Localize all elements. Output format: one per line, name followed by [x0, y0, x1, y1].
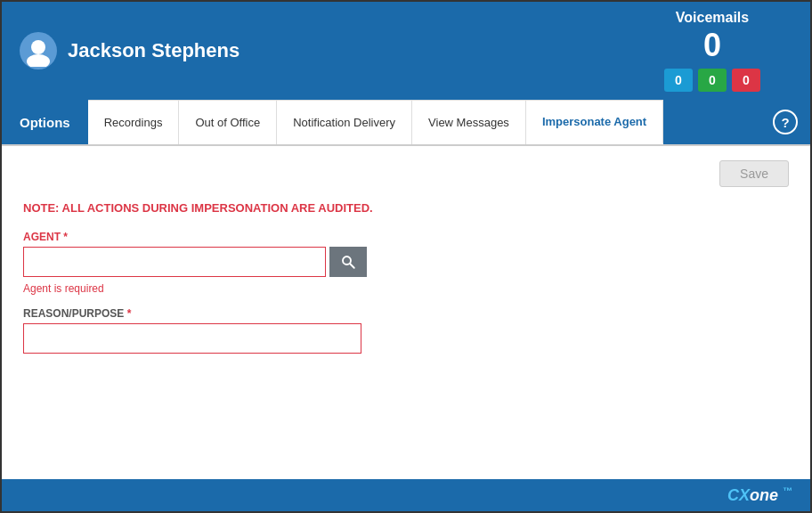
badge-blue: 0 [664, 69, 693, 92]
user-name: Jackson Stephens [68, 39, 240, 62]
badge-green: 0 [698, 69, 727, 92]
tab-impersonate-agent[interactable]: Impersonate Agent [526, 100, 663, 144]
tab-bar: Options Recordings Out of Office Notific… [2, 100, 810, 146]
help-button[interactable]: ? [760, 100, 810, 144]
voicemail-count: 0 [703, 29, 721, 61]
tab-view-messages[interactable]: View Messages [412, 100, 526, 144]
agent-error: Agent is required [23, 282, 789, 295]
tab-options-label: Options [2, 100, 88, 144]
svg-point-1 [27, 54, 50, 67]
search-icon [340, 254, 356, 270]
agent-field-label: AGENT * [23, 231, 789, 243]
user-avatar [20, 32, 57, 69]
voicemail-badges: 0 0 0 [664, 69, 760, 92]
svg-line-3 [350, 264, 354, 268]
reason-input[interactable] [23, 323, 361, 354]
agent-input[interactable] [23, 247, 326, 277]
agent-search-button[interactable] [329, 247, 367, 277]
svg-point-0 [31, 40, 45, 54]
tab-recordings[interactable]: Recordings [88, 100, 180, 144]
tab-notification-delivery[interactable]: Notification Delivery [277, 100, 412, 144]
reason-field-label: REASON/PURPOSE * [23, 307, 789, 320]
badge-red: 0 [732, 69, 760, 92]
help-icon[interactable]: ? [773, 110, 798, 134]
tab-out-of-office[interactable]: Out of Office [179, 100, 277, 144]
cx-logo: CXone ™ [727, 485, 792, 505]
save-button[interactable]: Save [719, 160, 789, 187]
main-content: Save NOTE: ALL ACTIONS DURING IMPERSONAT… [2, 146, 810, 479]
footer: CXone ™ [2, 479, 810, 511]
audit-note: NOTE: ALL ACTIONS DURING IMPERSONATION A… [23, 201, 789, 215]
voicemail-label: Voicemails [676, 10, 749, 26]
agent-row [23, 247, 789, 277]
